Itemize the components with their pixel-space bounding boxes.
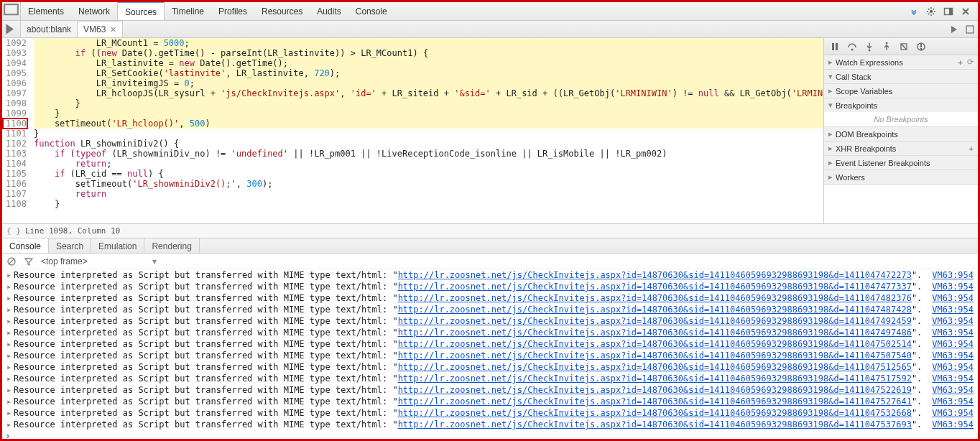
expand-icon[interactable]: ▸ [6, 338, 14, 350]
console-log-row[interactable]: ▸Resource interpreted as Script but tran… [2, 396, 978, 407]
panel-section-header[interactable]: ▸DOM Breakpoints [824, 127, 978, 141]
log-source-link[interactable]: VM63:954 [932, 281, 974, 292]
code-content[interactable]: LR_MCount1 = 5000; if ((new Date().getTi… [31, 38, 823, 209]
console-log-row[interactable]: ▸Resource interpreted as Script but tran… [2, 384, 978, 396]
close-icon[interactable] [961, 6, 971, 17]
expand-icon[interactable]: ▸ [6, 304, 14, 315]
clear-console-icon[interactable] [6, 256, 17, 266]
panel-section-header[interactable]: ▸Scope Variables [824, 84, 978, 98]
log-source-link[interactable]: VM63:954 [932, 315, 974, 327]
console-log-row[interactable]: ▸Resource interpreted as Script but tran… [2, 419, 978, 430]
panel-section-header[interactable]: ▸Watch Expressions+⟳ [824, 55, 978, 69]
log-source-link[interactable]: VM63:954 [932, 407, 974, 419]
log-url[interactable]: http://lr.zoosnet.net/js/CheckInvitejs.a… [398, 396, 912, 407]
log-source-link[interactable]: VM63:954 [932, 269, 974, 281]
step-out-icon[interactable] [882, 42, 892, 52]
expand-icon[interactable]: ▸ [6, 269, 14, 281]
expand-icon[interactable]: ▸ [6, 281, 14, 292]
pretty-print-icon[interactable] [965, 24, 975, 34]
refresh-icon[interactable]: ⟳ [967, 57, 974, 67]
filter-icon[interactable] [24, 256, 34, 266]
pause-icon[interactable] [830, 42, 840, 52]
console-log-row[interactable]: ▸Resource interpreted as Script but tran… [2, 338, 978, 350]
expand-icon[interactable]: ▸ [6, 373, 14, 384]
console-log-row[interactable]: ▸Resource interpreted as Script but tran… [2, 315, 978, 327]
expand-icon[interactable]: ▸ [6, 292, 14, 304]
panel-tab-audits[interactable]: Audits [310, 2, 348, 20]
expand-icon[interactable]: ▸ [6, 315, 14, 327]
file-tab[interactable]: VM63✕ [78, 21, 123, 37]
step-into-icon[interactable] [864, 42, 874, 52]
expand-icon[interactable]: ▸ [6, 384, 14, 396]
add-icon[interactable]: + [969, 144, 974, 153]
panel-section-header[interactable]: ▾Call Stack [824, 70, 978, 83]
log-source-link[interactable]: VM63:954 [932, 338, 974, 350]
expand-icon[interactable]: ▸ [6, 396, 14, 407]
pause-exceptions-icon[interactable] [916, 42, 926, 52]
run-snippet-icon[interactable] [949, 24, 959, 34]
console-prompt[interactable]: › [2, 430, 978, 441]
log-source-link[interactable]: VM63:954 [932, 419, 974, 430]
expand-icon[interactable]: ▸ [6, 407, 14, 419]
expand-icon[interactable]: ▸ [6, 327, 14, 338]
expand-icon[interactable]: ▸ [6, 361, 14, 373]
log-source-link[interactable]: VM63:954 [932, 384, 974, 396]
dock-icon[interactable] [943, 6, 953, 17]
inspect-icon[interactable] [2, 2, 21, 20]
panel-tab-sources[interactable]: Sources [117, 1, 165, 20]
log-url[interactable]: http://lr.zoosnet.net/js/CheckInvitejs.a… [398, 385, 912, 395]
console-log-row[interactable]: ▸Resource interpreted as Script but tran… [2, 327, 978, 338]
panel-tab-timeline[interactable]: Timeline [165, 2, 211, 20]
log-source-link[interactable]: VM63:954 [932, 327, 974, 338]
navigator-toggle-icon[interactable] [2, 21, 21, 37]
brace-icon[interactable]: { } [6, 226, 21, 236]
console-log-row[interactable]: ▸Resource interpreted as Script but tran… [2, 281, 978, 292]
log-url[interactable]: http://lr.zoosnet.net/js/CheckInvitejs.a… [398, 339, 912, 349]
panel-tab-console[interactable]: Console [348, 2, 394, 20]
log-url[interactable]: http://lr.zoosnet.net/js/CheckInvitejs.a… [398, 328, 912, 338]
add-icon[interactable]: + [958, 58, 963, 67]
log-url[interactable]: http://lr.zoosnet.net/js/CheckInvitejs.a… [398, 293, 912, 303]
console-log-row[interactable]: ▸Resource interpreted as Script but tran… [2, 292, 978, 304]
panel-tab-profiles[interactable]: Profiles [211, 2, 254, 20]
expand-icon[interactable]: ▸ [6, 350, 14, 361]
drawer-tab-emulation[interactable]: Emulation [91, 238, 144, 253]
drawer-tab-rendering[interactable]: Rendering [144, 238, 199, 253]
console-log-row[interactable]: ▸Resource interpreted as Script but tran… [2, 304, 978, 315]
log-url[interactable]: http://lr.zoosnet.net/js/CheckInvitejs.a… [398, 282, 912, 292]
console-log-row[interactable]: ▸Resource interpreted as Script but tran… [2, 269, 978, 281]
drawer-icon[interactable] [909, 6, 919, 17]
code-editor[interactable]: 1092109310941095109610971098109911001101… [2, 38, 823, 209]
console-log-row[interactable]: ▸Resource interpreted as Script but tran… [2, 350, 978, 361]
log-url[interactable]: http://lr.zoosnet.net/js/CheckInvitejs.a… [398, 419, 912, 430]
log-url[interactable]: http://lr.zoosnet.net/js/CheckInvitejs.a… [398, 316, 912, 326]
log-url[interactable]: http://lr.zoosnet.net/js/CheckInvitejs.a… [398, 373, 912, 384]
drawer-tab-console[interactable]: Console [2, 238, 49, 253]
panel-section-header[interactable]: ▸Event Listener Breakpoints [824, 156, 978, 170]
console-log-row[interactable]: ▸Resource interpreted as Script but tran… [2, 361, 978, 373]
console-log-area[interactable]: ▸Resource interpreted as Script but tran… [2, 269, 978, 430]
log-source-link[interactable]: VM63:954 [932, 396, 974, 407]
log-source-link[interactable]: VM63:954 [932, 373, 974, 384]
panel-section-header[interactable]: ▾Breakpoints [824, 98, 978, 112]
panel-section-header[interactable]: ▸XHR Breakpoints+ [824, 141, 978, 155]
log-url[interactable]: http://lr.zoosnet.net/js/CheckInvitejs.a… [398, 305, 912, 315]
execution-context-selector[interactable]: <top frame> ▾ [41, 256, 157, 266]
panel-tab-network[interactable]: Network [71, 2, 117, 20]
log-url[interactable]: http://lr.zoosnet.net/js/CheckInvitejs.a… [398, 362, 912, 372]
log-source-link[interactable]: VM63:954 [932, 292, 974, 304]
expand-icon[interactable]: ▸ [6, 419, 14, 430]
panel-section-header[interactable]: ▸Workers [824, 170, 978, 184]
log-url[interactable]: http://lr.zoosnet.net/js/CheckInvitejs.a… [398, 270, 912, 280]
log-source-link[interactable]: VM63:954 [932, 304, 974, 315]
log-url[interactable]: http://lr.zoosnet.net/js/CheckInvitejs.a… [398, 351, 912, 361]
log-source-link[interactable]: VM63:954 [932, 350, 974, 361]
panel-tab-resources[interactable]: Resources [254, 2, 310, 20]
log-url[interactable]: http://lr.zoosnet.net/js/CheckInvitejs.a… [398, 408, 912, 418]
panel-tab-elements[interactable]: Elements [21, 2, 71, 20]
drawer-tab-search[interactable]: Search [49, 238, 91, 253]
deactivate-bp-icon[interactable] [899, 42, 909, 52]
log-source-link[interactable]: VM63:954 [932, 361, 974, 373]
step-over-icon[interactable] [847, 42, 857, 52]
close-icon[interactable]: ✕ [110, 25, 116, 34]
